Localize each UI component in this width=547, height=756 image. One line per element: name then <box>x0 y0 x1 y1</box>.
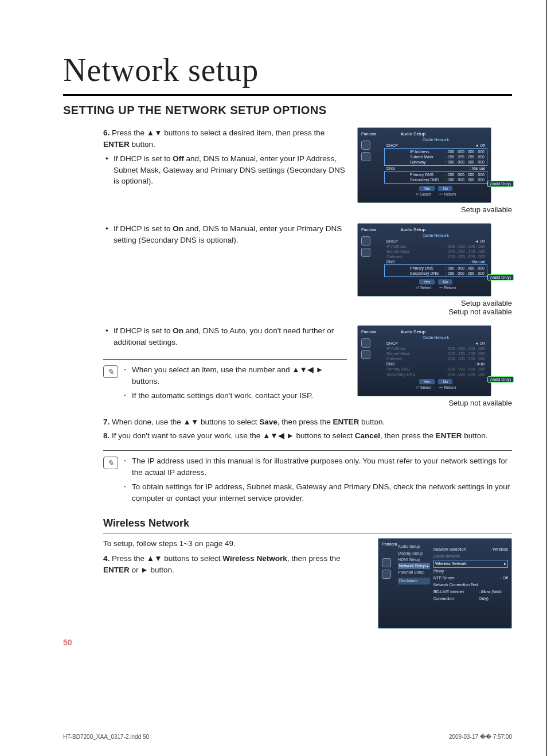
step6-text2: If DHCP is set to On and, DNS to Manual,… <box>63 223 347 316</box>
note1: When you select an item, use the number … <box>124 364 347 405</box>
tv-subtitle: Cable Network <box>384 138 487 142</box>
caption-2b: Setup not available <box>357 307 512 316</box>
tv-screenshot-2: Pandora Audio Setup Cable Network DHCP◄ … <box>357 223 491 297</box>
step6-block: 6. Press the ▲▼ buttons to select a desi… <box>63 127 512 214</box>
no-button[interactable]: No <box>438 186 452 191</box>
gear-icon <box>361 152 370 161</box>
tv-screenshot-wireless: Pandora Audio Setup Display Setup HDMI S… <box>378 538 512 629</box>
footer-left: HT-BD7200_XAA_0317-2.indd 50 <box>63 734 149 740</box>
setup-menu: Audio Setup Display Setup HDMI Setup Net… <box>398 543 430 584</box>
caption-2a: Setup available <box>357 299 512 307</box>
manual-page: Network setup SETTING UP THE NETWORK SET… <box>0 0 547 756</box>
note2: The IP address used in this manual is fo… <box>124 455 512 507</box>
caption-1: Setup available <box>357 205 512 214</box>
step6-block2: If DHCP is set to On and, DNS to Manual,… <box>63 223 512 316</box>
valid-only-tag: (Valid Only) <box>487 181 514 187</box>
editable-box2: Primary DNS: 000 . 000 . 000 . 000 Secon… <box>384 171 487 184</box>
tv-col-3: Pandora Audio Setup Cable Network DHCP◄ … <box>357 325 512 407</box>
section-title: SETTING UP THE NETWORK SETUP OPTIONS <box>63 104 512 117</box>
page-number: 50 <box>63 638 512 647</box>
tv-screenshot-3: Pandora Audio Setup Cable Network DHCP◄ … <box>357 325 491 396</box>
yes-button[interactable]: Yes <box>419 186 435 191</box>
step6-text3: If DHCP is set to On and, DNS to Auto, y… <box>63 325 347 407</box>
gear-icon <box>361 248 370 257</box>
step6-num: 6. <box>103 128 110 137</box>
music-icon <box>361 236 370 245</box>
note2-row: ✎ The IP address used in this manual is … <box>63 455 512 507</box>
music-icon <box>361 141 370 150</box>
footer-right: 2009-03-17 �� 7:57:00 <box>449 734 512 740</box>
note-icon: ✎ <box>103 365 118 378</box>
gear-icon <box>361 350 370 359</box>
step7: 7. When done, use the ▲▼ buttons to sele… <box>63 416 512 428</box>
tv-col-1: Pandora Audio Setup Cable Network DHCP◄ … <box>357 127 512 214</box>
wireless-network-item[interactable]: Wireless Network▸ <box>433 560 508 568</box>
note-icon: ✎ <box>103 457 118 469</box>
caption-3: Setup not available <box>357 399 512 407</box>
step8: 8. If you don't want to save your work, … <box>63 430 512 442</box>
step6-text: 6. Press the ▲▼ buttons to select a desi… <box>63 127 347 214</box>
disclaimer-badge: Disclaimer <box>398 578 430 584</box>
b1a: If DHCP is set to <box>114 154 173 163</box>
rule <box>63 94 512 96</box>
tv-screenshot-1: Pandora Audio Setup Cable Network DHCP◄ … <box>357 127 491 203</box>
enter-label: ENTER <box>103 140 130 149</box>
music-icon <box>361 338 370 348</box>
tv-title: Audio Setup <box>400 131 425 137</box>
globe-icon <box>382 558 391 567</box>
network-setup-item[interactable]: Network Setup ▸ <box>398 563 430 569</box>
gear-icon <box>382 570 391 579</box>
step6-text-a: Press the ▲▼ buttons to select a desired… <box>112 128 325 137</box>
network-options: Network Selection: Wireless Cable Networ… <box>433 546 508 602</box>
off-label: Off <box>173 154 184 163</box>
brand: Pandora <box>361 132 376 136</box>
editable-box: IP Address: 000 . 000 . 000 . 000 Subnet… <box>384 148 487 166</box>
wireless-text: To setup, follow steps 1~3 on page 49. 4… <box>63 538 368 629</box>
wireless-heading: Wireless Network <box>103 517 512 529</box>
step6-text-b: button. <box>130 140 155 149</box>
wireless-block: To setup, follow steps 1~3 on page 49. 4… <box>63 538 512 629</box>
chapter-title: Network setup <box>63 52 512 88</box>
tv-col-2: Pandora Audio Setup Cable Network DHCP◄ … <box>357 223 512 316</box>
step6-block3: If DHCP is set to On and, DNS to Auto, y… <box>63 325 512 407</box>
print-footer: HT-BD7200_XAA_0317-2.indd 50 2009-03-17 … <box>63 734 512 740</box>
